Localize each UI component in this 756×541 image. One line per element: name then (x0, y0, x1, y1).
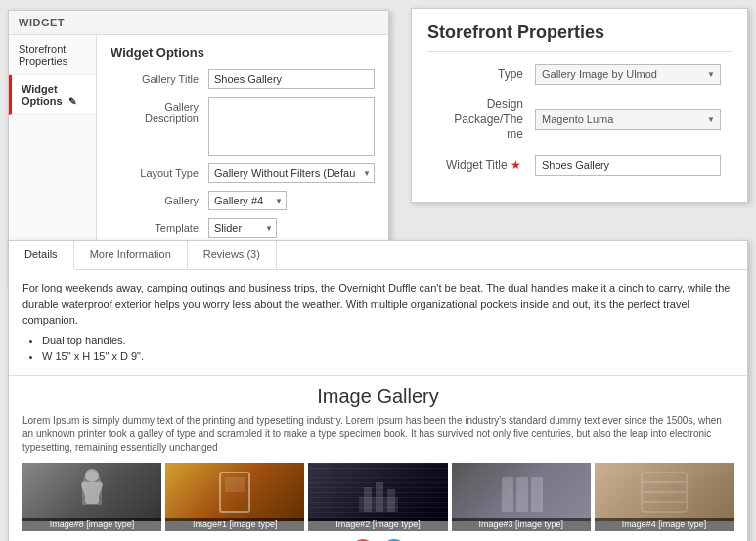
gallery-select[interactable]: Gallery #4 (208, 191, 287, 210)
storefront-properties-title: Storefront Properties (427, 23, 732, 52)
sidebar-item-widget-options[interactable]: Widget Options ✎ (9, 75, 96, 115)
gallery-item-2: Image#2 [image type] (308, 463, 447, 531)
gallery-description: Lorem Ipsum is simply dummy text of the … (22, 414, 734, 455)
layout-type-row: Layout Type Gallery Without Filters (Def… (111, 163, 375, 183)
tab-details[interactable]: Details (9, 241, 74, 270)
type-select[interactable]: Gallery Image by Ulmod (535, 64, 721, 85)
gallery-title-row: Gallery Title (111, 69, 375, 89)
gallery-image-3 (452, 463, 591, 521)
svg-rect-6 (359, 497, 398, 512)
widget-title-label: Widget Title ★ (427, 158, 535, 172)
svg-rect-5 (225, 477, 245, 492)
gallery-desc-label: Gallery Description (111, 97, 208, 124)
edit-icon: ✎ (68, 96, 76, 107)
svg-rect-3 (91, 480, 104, 499)
type-row: Type Gallery Image by Ulmod (427, 64, 732, 85)
layout-type-select[interactable]: Gallery Without Filters (Default) (208, 163, 375, 183)
widget-title-input[interactable] (535, 155, 721, 176)
gallery-desc-row: Gallery Description (111, 97, 375, 156)
gallery-row: Gallery Gallery #4 (111, 191, 375, 210)
type-label: Type (427, 68, 535, 81)
design-package-row: DesignPackage/Theme Magento Luma (427, 97, 732, 143)
svg-rect-10 (502, 477, 513, 512)
tab-reviews[interactable]: Reviews (3) (188, 241, 277, 269)
gallery-title-input[interactable] (208, 69, 375, 89)
tab-more-info[interactable]: More Information (74, 241, 188, 269)
svg-rect-7 (364, 487, 372, 512)
gallery-image-label-2: Image#2 [image type] (308, 518, 447, 531)
gallery-image-label-1: Image#1 [image type] (165, 518, 304, 531)
tab-content-list: Dual top handles. W 15" x H 15" x D 9". (22, 333, 734, 365)
gallery-image-label-0: Image#8 [image type] (22, 518, 161, 531)
list-item: W 15" x H 15" x D 9". (42, 348, 734, 365)
template-select[interactable]: Slider (208, 218, 277, 238)
gallery-item-0: Image#8 [image type] (22, 463, 161, 531)
layout-type-label: Layout Type (111, 163, 208, 179)
tab-content-text: For long weekends away, camping outings … (22, 280, 734, 329)
svg-rect-1 (85, 482, 99, 504)
widget-options-title: Widget Options (111, 45, 375, 60)
svg-rect-11 (516, 477, 528, 512)
tabs-bar: Details More Information Reviews (3) (9, 241, 747, 270)
sidebar-item-storefront[interactable]: Storefront Properties (9, 35, 96, 75)
gallery-item-4: Image#4 [image type] (595, 463, 734, 531)
gallery-section: Image Gallery Lorem Ipsum is simply dumm… (9, 376, 747, 542)
design-package-label: DesignPackage/Theme (427, 97, 535, 143)
svg-point-0 (85, 469, 99, 482)
gallery-image-4 (595, 463, 734, 521)
svg-rect-9 (387, 489, 395, 512)
gallery-title-label: Gallery Title (111, 69, 208, 85)
svg-rect-8 (376, 482, 383, 512)
required-star: ★ (511, 158, 521, 172)
template-label: Template (111, 218, 208, 234)
design-package-select[interactable]: Magento Luma (535, 109, 721, 130)
bottom-panel: Details More Information Reviews (3) For… (8, 240, 748, 541)
gallery-label: Gallery (111, 191, 208, 206)
gallery-image-label-3: Image#3 [image type] (452, 518, 591, 531)
svg-rect-12 (531, 477, 543, 512)
list-item: Dual top handles. (42, 333, 734, 349)
widget-title-row: Widget Title ★ (427, 155, 732, 176)
gallery-desc-input[interactable] (208, 97, 375, 156)
svg-rect-2 (80, 480, 93, 499)
gallery-images-container: Image#8 [image type] Image#1 [image type… (22, 463, 734, 531)
gallery-section-title: Image Gallery (22, 385, 734, 408)
gallery-image-2 (308, 463, 447, 521)
template-row: Template Slider (111, 218, 375, 238)
gallery-item-3: Image#3 [image type] (452, 463, 591, 531)
storefront-properties-panel: Storefront Properties Type Gallery Image… (411, 8, 748, 203)
gallery-image-0 (22, 463, 161, 521)
tab-content-details: For long weekends away, camping outings … (9, 270, 747, 376)
gallery-item-1: Image#1 [image type] (165, 463, 304, 531)
widget-panel-header: WIDGET (9, 11, 388, 35)
gallery-image-1 (165, 463, 304, 521)
gallery-image-label-4: Image#4 [image type] (595, 518, 734, 531)
